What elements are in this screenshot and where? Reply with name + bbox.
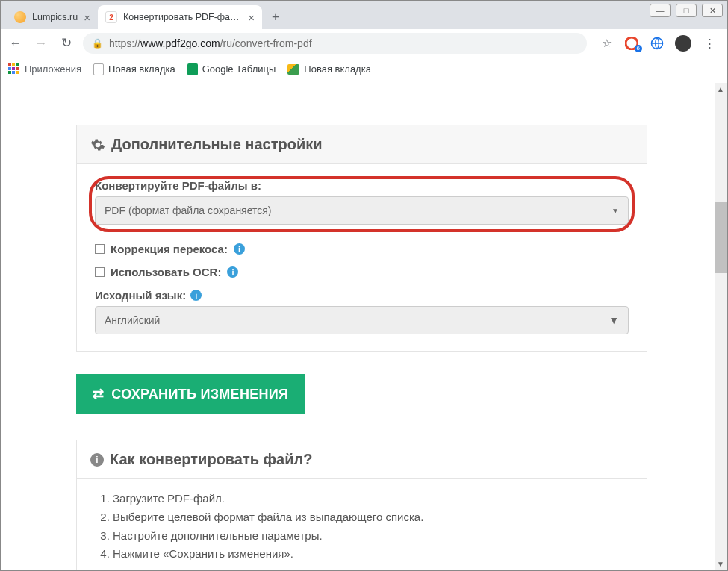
swap-arrows-icon: ⇄ [93,386,104,402]
bookmark-apps[interactable]: Приложения [8,63,81,75]
howto-title: Как конвертировать файл? [110,451,312,468]
nav-reload-button[interactable]: ↻ [57,34,75,52]
convert-label: Конвертируйте PDF-файлы в: [95,179,629,192]
source-lang-label: Исходный язык: [95,289,186,302]
output-format-select[interactable]: PDF (формат файла сохраняется) ▼ [95,196,629,225]
howto-steps-list: Загрузите PDF-файл. Выберите целевой фор… [96,490,627,562]
url-text: https://www.pdf2go.com/ru/convert-from-p… [109,37,312,49]
settings-card-header: Дополнительные настройки [77,125,647,164]
gears-icon [90,137,105,152]
scrollbar-thumb[interactable] [715,202,727,273]
window-maximize-button[interactable]: □ [676,4,697,17]
bookmark-label: Приложения [25,63,81,75]
browser-tab-pdf2go[interactable]: 2 Конвертировать PDF-файл — К × [98,5,262,29]
extension-globe-icon[interactable] [650,36,665,51]
scroll-down-icon[interactable]: ▼ [715,558,727,570]
ocr-row: Использовать OCR: i [95,266,629,278]
info-icon[interactable]: i [234,243,245,255]
bookmark-label: Новая вкладка [108,63,175,75]
select-value: Английский [105,314,160,326]
list-item: Настройте дополнительные параметры. [113,528,627,544]
deskew-checkbox[interactable] [95,244,105,254]
profile-avatar[interactable] [675,35,691,52]
ocr-label: Использовать OCR: [111,266,221,278]
bookmark-newtab-2[interactable]: Новая вкладка [287,63,371,75]
source-language-select[interactable]: Английский ▼ [95,306,629,334]
favicon-icon [14,11,26,23]
deskew-label: Коррекция перекоса: [111,243,228,255]
lock-icon: 🔒 [92,38,103,49]
page-viewport: Дополнительные настройки Конвертируйте P… [1,83,715,570]
info-icon[interactable]: i [227,266,238,278]
settings-card: Дополнительные настройки Конвертируйте P… [76,125,647,352]
browser-menu-button[interactable]: ⋮ [702,36,717,51]
favicon-icon: 2 [105,11,117,23]
scrollbar-track[interactable]: ▲ ▼ [715,83,727,570]
bookmark-newtab-1[interactable]: Новая вкладка [93,63,175,75]
sheets-icon [187,63,198,75]
scroll-up-icon[interactable]: ▲ [715,83,727,95]
bookmarks-bar: Приложения Новая вкладка Google Таблицы … [1,57,727,81]
new-tab-button[interactable]: + [265,7,286,28]
select-value: PDF (формат файла сохраняется) [105,205,272,216]
tab-strip: Lumpics.ru × 2 Конвертировать PDF-файл —… [1,1,727,29]
bookmark-label: Google Таблицы [202,63,276,75]
deskew-row: Коррекция перекоса: i [95,243,629,255]
bookmark-star-icon[interactable]: ☆ [599,36,614,51]
window-controls: — □ ✕ [650,4,723,17]
info-badge-icon: i [90,453,104,467]
howto-header: i Как конвертировать файл? [77,440,647,479]
save-changes-button[interactable]: ⇄ СОХРАНИТЬ ИЗМЕНЕНИЯ [76,374,305,414]
apps-grid-icon [8,63,20,75]
howto-card: i Как конвертировать файл? Загрузите PDF… [76,440,647,570]
format-select-highlight: Конвертируйте PDF-файлы в: PDF (формат ф… [89,176,635,232]
close-tab-icon[interactable]: × [248,11,255,24]
window-close-button[interactable]: ✕ [702,4,723,17]
tab-title: Lumpics.ru [32,12,78,22]
info-icon[interactable]: i [190,290,202,301]
ocr-checkbox[interactable] [95,267,105,277]
url-input[interactable]: 🔒 https://www.pdf2go.com/ru/convert-from… [83,33,587,54]
document-icon [93,63,104,75]
list-item: Нажмите «Сохранить изменения». [113,546,627,562]
settings-title: Дополнительные настройки [111,136,323,153]
chevron-down-icon: ▼ [609,314,619,326]
save-button-label: СОХРАНИТЬ ИЗМЕНЕНИЯ [111,387,288,402]
nav-back-button[interactable]: ← [7,34,25,52]
tab-title: Конвертировать PDF-файл — К [123,12,242,22]
address-bar: ← → ↻ 🔒 https://www.pdf2go.com/ru/conver… [1,29,727,57]
extension-badge: 6 [635,45,642,52]
list-item: Загрузите PDF-файл. [113,490,627,507]
chevron-down-icon: ▼ [612,207,619,215]
image-icon [287,64,299,75]
list-item: Выберите целевой формат файла из выпадаю… [113,509,627,525]
extension-opera-icon[interactable]: 6 [624,36,639,51]
nav-forward-button[interactable]: → [32,34,50,52]
window-minimize-button[interactable]: — [650,4,671,17]
browser-tab-lumpics[interactable]: Lumpics.ru × [7,5,98,29]
bookmark-sheets[interactable]: Google Таблицы [187,63,276,75]
close-tab-icon[interactable]: × [84,11,90,24]
bookmark-label: Новая вкладка [304,63,371,75]
source-lang-label-row: Исходный язык: i [95,289,629,302]
